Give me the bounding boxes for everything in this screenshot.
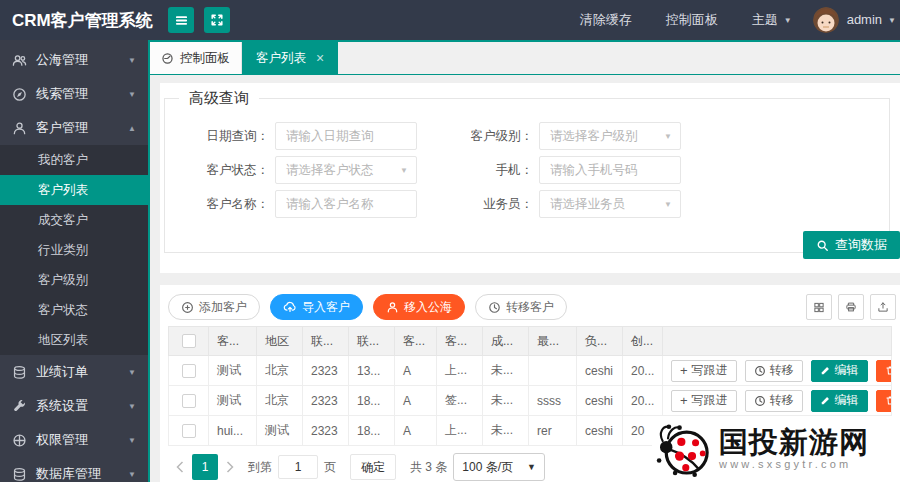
table-row: 测试 北京 2323 13... A 上... 未... ceshi 20...	[169, 356, 892, 386]
date-query-input[interactable]	[275, 122, 417, 150]
cloud-upload-icon	[283, 300, 297, 314]
sidebar-item-database[interactable]: 数据库管理 ▼	[0, 457, 148, 482]
button-label: 写跟进	[692, 392, 728, 409]
move-to-public-sea-button[interactable]: 移入公海	[373, 294, 465, 320]
sidebar-item-deal-customers[interactable]: 成交客户	[0, 205, 148, 235]
sidebar-item-region-list[interactable]: 地区列表	[0, 325, 148, 355]
chevron-down-icon: ▼	[400, 166, 408, 175]
print-button[interactable]	[838, 294, 864, 320]
customer-name-label: 客户名称：	[165, 196, 269, 213]
select-all-checkbox[interactable]	[182, 334, 196, 348]
phone-input[interactable]	[539, 156, 681, 184]
sidebar-item-customer-status[interactable]: 客户状态	[0, 295, 148, 325]
control-panel-link[interactable]: 控制面板	[649, 0, 735, 40]
header-right-nav: 清除缓存 控制面板 主题▼ admin▼	[563, 0, 900, 40]
sidebar-toggle-button[interactable]	[168, 7, 194, 33]
col-level: 客...	[395, 327, 437, 356]
clear-cache-link[interactable]: 清除缓存	[563, 0, 649, 40]
add-customer-button[interactable]: 添加客户	[168, 294, 260, 320]
compass-icon	[12, 87, 27, 102]
page-size-value: 100 条/页	[462, 459, 513, 476]
customer-status-label: 客户状态：	[165, 162, 269, 179]
tab-customer-list[interactable]: 客户列表 ×	[242, 42, 338, 74]
plus-icon: +	[680, 394, 688, 407]
row-checkbox[interactable]	[182, 394, 196, 408]
transfer-customer-button[interactable]: 转移客户	[475, 294, 567, 320]
console-icon	[161, 52, 174, 65]
username-label: admin	[847, 12, 882, 27]
query-row-1: 日期查询： 客户级别： 请选择客户级别 ▼	[165, 122, 889, 150]
globe-grid-icon	[12, 433, 27, 448]
query-row-2: 客户状态： 请选择客户状态 ▼ 手机：	[165, 156, 889, 184]
site-watermark: 国投新游网 www.sxsgytr.com	[652, 416, 900, 482]
filter-columns-button[interactable]	[806, 294, 832, 320]
theme-dropdown[interactable]: 主题▼	[735, 0, 809, 41]
sidebar-item-orders[interactable]: 业绩订单 ▼	[0, 355, 148, 389]
col-region: 地区	[257, 327, 303, 356]
write-follow-up-button[interactable]: +写跟进	[671, 360, 737, 382]
edit-button[interactable]: 编辑	[811, 390, 868, 412]
button-label: 编辑	[835, 362, 859, 379]
current-page-button[interactable]: 1	[192, 454, 218, 480]
sidebar-item-permissions[interactable]: 权限管理 ▼	[0, 423, 148, 457]
prev-page-button[interactable]	[168, 461, 192, 473]
chevron-down-icon: ▼	[888, 1, 896, 41]
import-customer-button[interactable]: 导入客户	[270, 294, 363, 320]
customer-name-input[interactable]	[275, 190, 417, 218]
sidebar-item-my-customers[interactable]: 我的客户	[0, 145, 148, 175]
delete-button[interactable]: 删除	[876, 360, 892, 382]
cell: 2323	[303, 356, 349, 386]
cell: A	[395, 356, 437, 386]
hamburger-icon	[174, 13, 189, 28]
user-menu[interactable]: admin▼	[839, 0, 900, 41]
tab-label: 控制面板	[180, 50, 230, 67]
row-checkbox[interactable]	[182, 424, 196, 438]
col-last-follow: 最...	[529, 327, 577, 356]
cell: 测试	[209, 356, 257, 386]
sidebar-item-customers[interactable]: 客户管理 ▲	[0, 111, 148, 145]
next-page-button[interactable]	[218, 461, 242, 473]
customer-status-select[interactable]: 请选择客户状态 ▼	[275, 156, 417, 184]
sidebar-item-leads[interactable]: 线索管理 ▼	[0, 77, 148, 111]
page-size-select[interactable]: 100 条/页 ▼	[453, 453, 545, 481]
chevron-down-icon: ▼	[664, 132, 672, 141]
edit-icon	[820, 365, 831, 376]
edit-button[interactable]: 编辑	[811, 360, 868, 382]
button-label: 移入公海	[404, 299, 452, 316]
goto-page-input[interactable]	[278, 455, 318, 479]
cell: 未...	[483, 386, 529, 416]
sidebar-item-industry-category[interactable]: 行业类别	[0, 235, 148, 265]
close-icon[interactable]: ×	[316, 50, 324, 66]
trash-icon	[885, 395, 892, 406]
sidebar-item-public-sea[interactable]: 公海管理 ▼	[0, 43, 148, 77]
chevron-down-icon: ▼	[128, 402, 136, 411]
query-data-button[interactable]: 查询数据	[803, 231, 900, 259]
avatar[interactable]	[813, 7, 839, 33]
customer-level-select[interactable]: 请选择客户级别 ▼	[539, 122, 681, 150]
cell: 上...	[437, 356, 483, 386]
cell: 2323	[303, 416, 349, 446]
col-deal: 成...	[483, 327, 529, 356]
cell: 上...	[437, 416, 483, 446]
delete-button[interactable]: 删除	[876, 390, 892, 412]
sidebar-item-customer-list[interactable]: 客户列表	[0, 175, 148, 205]
wrench-icon	[12, 399, 27, 414]
plus-circle-icon	[181, 301, 194, 314]
cell: 未...	[483, 416, 529, 446]
export-button[interactable]	[870, 294, 896, 320]
button-label: 添加客户	[199, 299, 247, 316]
write-follow-up-button[interactable]: +写跟进	[671, 390, 737, 412]
col-owner: 负...	[577, 327, 623, 356]
transfer-button[interactable]: 转移	[745, 390, 803, 412]
fullscreen-button[interactable]	[204, 7, 230, 33]
database-icon	[12, 467, 27, 482]
transfer-button[interactable]: 转移	[745, 360, 803, 382]
sidebar-item-customer-level[interactable]: 客户级别	[0, 265, 148, 295]
clock-icon	[488, 301, 501, 314]
sidebar-item-system-settings[interactable]: 系统设置 ▼	[0, 389, 148, 423]
query-legend: 高级查询	[179, 89, 259, 108]
row-checkbox[interactable]	[182, 364, 196, 378]
salesman-select[interactable]: 请选择业务员 ▼	[539, 190, 681, 218]
goto-confirm-button[interactable]: 确定	[350, 454, 396, 480]
tab-control-panel[interactable]: 控制面板	[150, 42, 242, 74]
